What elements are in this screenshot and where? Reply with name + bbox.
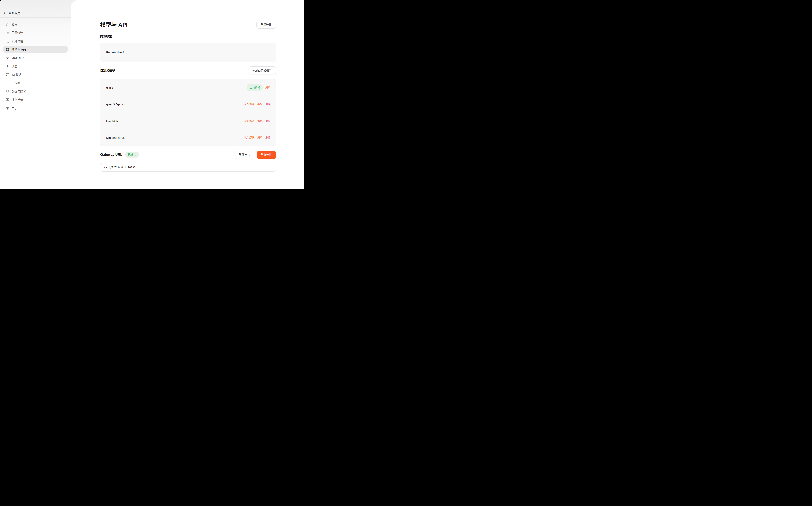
model-action-link[interactable]: 删除	[266, 103, 271, 106]
sidebar-item-8[interactable]: 数据与隐私	[3, 88, 68, 95]
model-row-actions: 设为默认编辑删除	[244, 103, 271, 106]
sidebar-item-label: 模型与 API	[11, 48, 26, 51]
sidebar-item-label: 数据与隐私	[11, 90, 26, 93]
gateway-url-label: Gateway URL	[100, 153, 122, 157]
custom-models-label: 自定义模型	[100, 69, 115, 72]
custom-model-name: qwen3.5-plus	[106, 102, 124, 106]
settings-window: 返回应用 通用用量统计积分详情模型与 APIMCP 服务技能IM 频道工作区数据…	[0, 0, 304, 189]
gateway-buttons: 重新连接 重置连接	[235, 151, 276, 159]
model-action-link[interactable]: 设为默认	[244, 120, 255, 122]
sidebar-item-label: 工作区	[11, 82, 20, 84]
bar-chart-icon	[6, 31, 9, 34]
sidebar-item-3[interactable]: 模型与 API	[3, 46, 68, 53]
model-row: glm-5当前选择编辑	[100, 79, 276, 96]
page-header: 模型与 API 重新连接	[100, 21, 276, 29]
sidebar-item-label: 通用	[11, 23, 17, 26]
sidebar-item-label: 积分详情	[11, 39, 23, 43]
back-button[interactable]: 返回应用	[0, 0, 71, 17]
main-panel: 模型与 API 重新连接 内置模型 Pony-Alpha-2 自定义模型 添加自…	[71, 0, 304, 189]
reconnect-button-top[interactable]: 重新连接	[256, 21, 276, 29]
model-row-actions: 设为默认编辑删除	[244, 136, 271, 139]
model-action-link[interactable]: 编辑	[257, 103, 263, 106]
builtin-models-card: Pony-Alpha-2	[100, 43, 276, 62]
model-action-link[interactable]: 删除	[266, 120, 271, 122]
sidebar-item-label: 技能	[11, 65, 17, 68]
info-icon	[6, 106, 9, 110]
sidebar-item-1[interactable]: 用量统计	[3, 29, 68, 36]
model-row: qwen3.5-plus设为默认编辑删除	[100, 96, 276, 113]
sidebar-item-10[interactable]: 关于	[3, 104, 68, 112]
chip-icon	[6, 48, 9, 51]
sidebar-item-label: 用量统计	[11, 31, 23, 34]
sidebar-item-6[interactable]: IM 频道	[3, 71, 68, 78]
folder-icon	[6, 81, 9, 85]
model-action-link[interactable]: 编辑	[257, 120, 263, 122]
plug-icon	[6, 56, 9, 60]
sidebar-item-7[interactable]: 工作区	[3, 79, 68, 87]
reconnect-button-bottom[interactable]: 重新连接	[235, 151, 254, 159]
sidebar: 返回应用 通用用量统计积分详情模型与 APIMCP 服务技能IM 频道工作区数据…	[0, 0, 71, 189]
model-action-link[interactable]: 设为默认	[244, 103, 255, 106]
model-row: kimi-k2.5设为默认编辑删除	[100, 113, 276, 130]
custom-models-header: 自定义模型 添加自定义模型	[100, 67, 276, 75]
page-title: 模型与 API	[100, 21, 128, 28]
reset-connection-button[interactable]: 重置连接	[257, 151, 276, 159]
sidebar-item-label: 关于	[11, 107, 17, 109]
sidebar-item-4[interactable]: MCP 服务	[3, 54, 68, 62]
sidebar-item-label: 提交反馈	[11, 98, 23, 101]
custom-models-card: glm-5当前选择编辑qwen3.5-plus设为默认编辑删除kimi-k2.5…	[100, 79, 276, 146]
model-action-link[interactable]: 编辑	[266, 86, 271, 89]
model-action-link[interactable]: 编辑	[257, 136, 263, 139]
current-selection-badge: 当前选择	[247, 84, 263, 91]
coins-icon	[6, 39, 9, 43]
sidebar-item-label: IM 频道	[11, 73, 21, 76]
model-row-actions: 设为默认编辑删除	[244, 120, 271, 122]
gateway-left: Gateway URL 已连接	[100, 152, 139, 158]
back-label: 返回应用	[9, 11, 20, 15]
message-square-icon	[6, 73, 9, 76]
custom-model-name: MiniMax-M2.5	[106, 136, 125, 140]
model-action-link[interactable]: 设为默认	[244, 136, 255, 139]
sidebar-item-2[interactable]: 积分详情	[3, 37, 68, 45]
sidebar-item-9[interactable]: 提交反馈	[3, 96, 68, 103]
sidebar-item-5[interactable]: 技能	[3, 63, 68, 70]
model-row: MiniMax-M2.5设为默认编辑删除	[100, 129, 276, 146]
sidebar-item-0[interactable]: 通用	[3, 21, 68, 28]
custom-model-name: kimi-k2.5	[106, 119, 118, 122]
shield-icon	[6, 90, 9, 93]
book-open-icon	[6, 65, 9, 68]
add-custom-model-button[interactable]: 添加自定义模型	[248, 67, 276, 75]
builtin-model-name: Pony-Alpha-2	[106, 51, 124, 54]
sidebar-item-label: MCP 服务	[11, 56, 24, 59]
custom-model-name: glm-5	[106, 86, 114, 89]
sidebar-nav: 通用用量统计积分详情模型与 APIMCP 服务技能IM 频道工作区数据与隐私提交…	[0, 21, 71, 112]
feedback-icon	[6, 98, 9, 101]
model-action-link[interactable]: 删除	[266, 136, 271, 139]
connected-status-badge: 已连接	[125, 152, 139, 158]
model-row-actions: 当前选择编辑	[247, 84, 271, 91]
gateway-url-input[interactable]	[100, 163, 276, 172]
gateway-row: Gateway URL 已连接 重新连接 重置连接	[100, 151, 276, 159]
builtin-models-label: 内置模型	[100, 34, 276, 38]
pencil-icon	[6, 23, 9, 26]
arrow-left-icon	[3, 11, 7, 15]
